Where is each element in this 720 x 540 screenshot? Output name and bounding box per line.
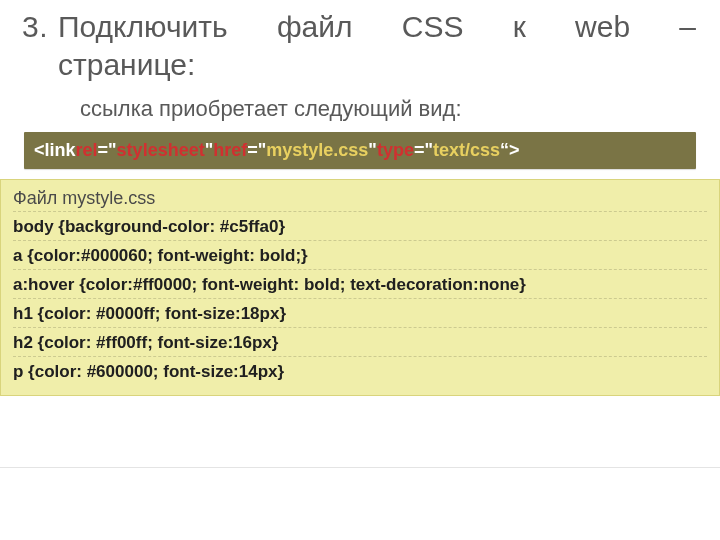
css-rule-line: h2 {color: #ff00ff; font-size:16px} <box>13 328 707 357</box>
list-number: 3. <box>0 8 58 46</box>
code-token: <link <box>34 140 76 161</box>
divider-line <box>0 467 720 468</box>
code-token: =" <box>98 140 117 161</box>
heading-text: Подключить файл CSS к web – странице: <box>58 8 704 84</box>
code-token: “> <box>500 140 520 161</box>
code-token: stylesheet <box>117 140 205 161</box>
subheading: ссылка приобретает следующий вид: <box>0 84 720 132</box>
link-code-bar: <link rel="stylesheet" href="mystyle.css… <box>24 132 696 169</box>
slide-page: 3. Подключить файл CSS к web – странице:… <box>0 0 720 540</box>
code-token: =" <box>414 140 433 161</box>
css-rule-list: body {background-color: #c5ffa0}a {color… <box>13 212 707 385</box>
css-rule-line: p {color: #600000; font-size:14px} <box>13 357 707 385</box>
heading-row: 3. Подключить файл CSS к web – странице: <box>0 0 720 84</box>
css-file-title: Файл mystyle.css <box>13 186 707 212</box>
heading-line2: странице: <box>58 46 696 84</box>
code-token: " <box>368 140 377 161</box>
code-token: text/css <box>433 140 500 161</box>
css-rule-line: h1 {color: #0000ff; font-size:18px} <box>13 299 707 328</box>
css-rule-line: a:hover {color:#ff0000; font-weight: bol… <box>13 270 707 299</box>
heading-line1: Подключить файл CSS к web – <box>58 10 696 43</box>
css-file-panel: Файл mystyle.css body {background-color:… <box>0 179 720 396</box>
code-token: " <box>205 140 214 161</box>
code-token: mystyle.css <box>266 140 368 161</box>
code-token: type <box>377 140 414 161</box>
css-rule-line: a {color:#000060; font-weight: bold;} <box>13 241 707 270</box>
code-token: =" <box>247 140 266 161</box>
code-token: rel <box>76 140 98 161</box>
css-rule-line: body {background-color: #c5ffa0} <box>13 212 707 241</box>
code-token: href <box>213 140 247 161</box>
